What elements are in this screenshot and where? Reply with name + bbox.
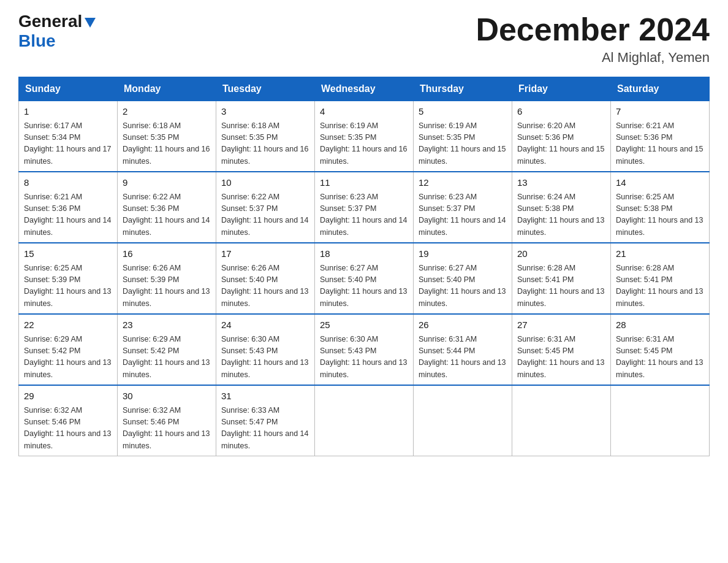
table-cell: 27 Sunrise: 6:31 AM Sunset: 5:45 PM Dayl… [512,314,611,385]
day-number: 20 [517,247,605,261]
day-number: 7 [616,105,704,119]
day-info: Sunrise: 6:26 AM Sunset: 5:40 PM Dayligh… [221,262,309,310]
calendar-header-row: Sunday Monday Tuesday Wednesday Thursday… [19,77,710,101]
table-cell: 1 Sunrise: 6:17 AM Sunset: 5:34 PM Dayli… [19,101,118,172]
table-cell: 20 Sunrise: 6:28 AM Sunset: 5:41 PM Dayl… [512,243,611,314]
day-number: 16 [123,247,211,261]
day-number: 4 [320,105,408,119]
day-info: Sunrise: 6:19 AM Sunset: 5:35 PM Dayligh… [320,120,408,168]
table-cell: 16 Sunrise: 6:26 AM Sunset: 5:39 PM Dayl… [118,243,216,314]
day-number: 30 [123,389,211,404]
table-cell: 12 Sunrise: 6:23 AM Sunset: 5:37 PM Dayl… [414,172,512,243]
col-thursday: Thursday [414,77,512,101]
week-row-1: 1 Sunrise: 6:17 AM Sunset: 5:34 PM Dayli… [19,101,710,172]
day-info: Sunrise: 6:22 AM Sunset: 5:37 PM Dayligh… [221,191,309,239]
day-info: Sunrise: 6:32 AM Sunset: 5:46 PM Dayligh… [123,405,211,453]
day-number: 15 [24,247,112,261]
col-monday: Monday [118,77,216,101]
table-cell: 4 Sunrise: 6:19 AM Sunset: 5:35 PM Dayli… [315,101,414,172]
col-friday: Friday [512,77,611,101]
day-number: 2 [123,105,211,119]
day-info: Sunrise: 6:25 AM Sunset: 5:38 PM Dayligh… [616,191,704,239]
table-cell: 9 Sunrise: 6:22 AM Sunset: 5:36 PM Dayli… [118,172,216,243]
title-block: December 2024 Al Mighlaf, Yemen [476,12,710,66]
day-info: Sunrise: 6:28 AM Sunset: 5:41 PM Dayligh… [517,262,605,310]
day-info: Sunrise: 6:19 AM Sunset: 5:35 PM Dayligh… [419,120,507,168]
day-number: 14 [616,176,704,190]
table-cell: 3 Sunrise: 6:18 AM Sunset: 5:35 PM Dayli… [216,101,315,172]
page-title: December 2024 [476,12,710,47]
day-number: 23 [123,318,211,332]
calendar-table: Sunday Monday Tuesday Wednesday Thursday… [18,77,710,456]
day-info: Sunrise: 6:29 AM Sunset: 5:42 PM Dayligh… [24,334,112,381]
day-info: Sunrise: 6:27 AM Sunset: 5:40 PM Dayligh… [419,262,507,310]
table-cell: 7 Sunrise: 6:21 AM Sunset: 5:36 PM Dayli… [611,101,710,172]
table-cell: 31 Sunrise: 6:33 AM Sunset: 5:47 PM Dayl… [216,385,315,456]
day-info: Sunrise: 6:31 AM Sunset: 5:44 PM Dayligh… [419,334,507,381]
logo-triangle-icon [83,15,97,29]
day-number: 22 [24,318,112,332]
table-cell [315,385,414,456]
day-number: 13 [517,176,605,190]
day-number: 11 [320,176,408,190]
table-cell: 29 Sunrise: 6:32 AM Sunset: 5:46 PM Dayl… [19,385,118,456]
day-number: 3 [221,105,309,119]
col-wednesday: Wednesday [315,77,414,101]
table-cell: 30 Sunrise: 6:32 AM Sunset: 5:46 PM Dayl… [118,385,216,456]
table-cell: 2 Sunrise: 6:18 AM Sunset: 5:35 PM Dayli… [118,101,216,172]
day-number: 21 [616,247,704,261]
logo-general-text: General [18,12,82,31]
logo: General Blue [18,12,97,51]
table-cell [512,385,611,456]
day-info: Sunrise: 6:18 AM Sunset: 5:35 PM Dayligh… [221,120,309,168]
day-info: Sunrise: 6:33 AM Sunset: 5:47 PM Dayligh… [221,405,309,453]
table-cell: 14 Sunrise: 6:25 AM Sunset: 5:38 PM Dayl… [611,172,710,243]
day-number: 19 [419,247,507,261]
day-number: 6 [517,105,605,119]
table-cell: 18 Sunrise: 6:27 AM Sunset: 5:40 PM Dayl… [315,243,414,314]
day-info: Sunrise: 6:27 AM Sunset: 5:40 PM Dayligh… [320,262,408,310]
day-info: Sunrise: 6:26 AM Sunset: 5:39 PM Dayligh… [123,262,211,310]
svg-marker-0 [85,18,96,28]
col-tuesday: Tuesday [216,77,315,101]
page-header: General Blue December 2024 Al Mighlaf, Y… [18,12,710,66]
day-info: Sunrise: 6:31 AM Sunset: 5:45 PM Dayligh… [517,334,605,381]
logo-blue-text: Blue [18,31,56,51]
table-cell: 17 Sunrise: 6:26 AM Sunset: 5:40 PM Dayl… [216,243,315,314]
day-info: Sunrise: 6:23 AM Sunset: 5:37 PM Dayligh… [419,191,507,239]
table-cell [611,385,710,456]
day-number: 29 [24,389,112,404]
day-number: 1 [24,105,112,119]
table-cell: 23 Sunrise: 6:29 AM Sunset: 5:42 PM Dayl… [118,314,216,385]
table-cell [414,385,512,456]
table-cell: 24 Sunrise: 6:30 AM Sunset: 5:43 PM Dayl… [216,314,315,385]
day-number: 26 [419,318,507,332]
day-info: Sunrise: 6:31 AM Sunset: 5:45 PM Dayligh… [616,334,704,381]
day-number: 18 [320,247,408,261]
day-number: 28 [616,318,704,332]
week-row-2: 8 Sunrise: 6:21 AM Sunset: 5:36 PM Dayli… [19,172,710,243]
day-number: 8 [24,176,112,190]
col-saturday: Saturday [611,77,710,101]
day-info: Sunrise: 6:32 AM Sunset: 5:46 PM Dayligh… [24,405,112,453]
day-number: 27 [517,318,605,332]
table-cell: 11 Sunrise: 6:23 AM Sunset: 5:37 PM Dayl… [315,172,414,243]
table-cell: 22 Sunrise: 6:29 AM Sunset: 5:42 PM Dayl… [19,314,118,385]
day-number: 5 [419,105,507,119]
day-info: Sunrise: 6:30 AM Sunset: 5:43 PM Dayligh… [320,334,408,381]
table-cell: 13 Sunrise: 6:24 AM Sunset: 5:38 PM Dayl… [512,172,611,243]
table-cell: 19 Sunrise: 6:27 AM Sunset: 5:40 PM Dayl… [414,243,512,314]
day-number: 25 [320,318,408,332]
day-number: 31 [221,389,309,404]
day-info: Sunrise: 6:25 AM Sunset: 5:39 PM Dayligh… [24,262,112,310]
day-info: Sunrise: 6:21 AM Sunset: 5:36 PM Dayligh… [616,120,704,168]
week-row-3: 15 Sunrise: 6:25 AM Sunset: 5:39 PM Dayl… [19,243,710,314]
day-number: 9 [123,176,211,190]
day-info: Sunrise: 6:22 AM Sunset: 5:36 PM Dayligh… [123,191,211,239]
table-cell: 8 Sunrise: 6:21 AM Sunset: 5:36 PM Dayli… [19,172,118,243]
day-number: 10 [221,176,309,190]
table-cell: 15 Sunrise: 6:25 AM Sunset: 5:39 PM Dayl… [19,243,118,314]
table-cell: 10 Sunrise: 6:22 AM Sunset: 5:37 PM Dayl… [216,172,315,243]
table-cell: 21 Sunrise: 6:28 AM Sunset: 5:41 PM Dayl… [611,243,710,314]
day-info: Sunrise: 6:17 AM Sunset: 5:34 PM Dayligh… [24,120,112,168]
